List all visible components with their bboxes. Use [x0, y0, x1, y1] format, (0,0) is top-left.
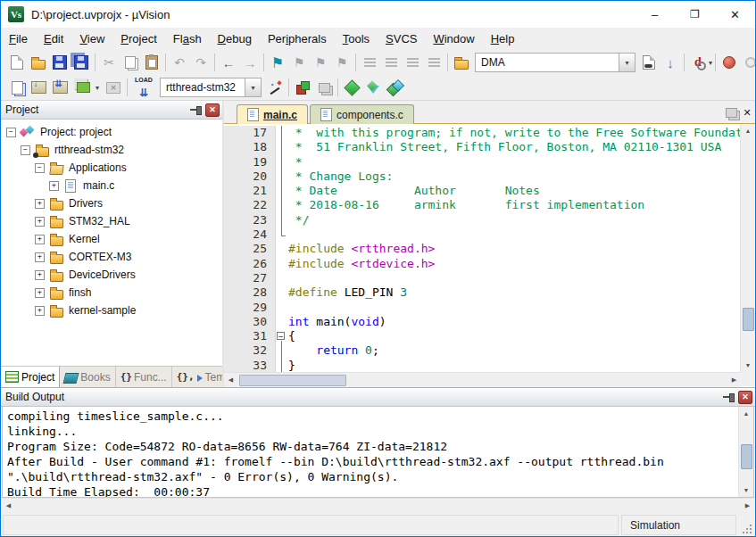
editor-vertical-scrollbar[interactable]: ▲ ▼	[740, 124, 755, 372]
code-line[interactable]: 29	[224, 301, 740, 315]
build-vscroll-thumb[interactable]	[741, 444, 752, 469]
code-line[interactable]: 33}	[224, 359, 740, 372]
code-line[interactable]: 32 return 0;	[224, 343, 740, 358]
project-panel-close-button[interactable]: ✕	[205, 103, 220, 117]
tree-toggle-icon[interactable]: +	[35, 270, 45, 280]
code-line[interactable]: 18 * 51 Franklin Street, Fifth Floor, Bo…	[224, 140, 740, 154]
tree-toggle-icon[interactable]: −	[35, 163, 45, 173]
menu-item-help[interactable]: Help	[483, 28, 523, 50]
editor-tab-components-c[interactable]: components.c	[310, 104, 414, 124]
batch-build-button[interactable]	[71, 77, 92, 98]
pin-icon[interactable]	[722, 392, 735, 402]
panel-tab-temp[interactable]: {},Temp...	[172, 367, 222, 387]
find-in-files-button[interactable]	[451, 52, 472, 73]
scroll-left-arrow-icon[interactable]: ◀	[2, 499, 15, 513]
code-line[interactable]: 21 * Date Author Notes	[224, 184, 740, 198]
start-debug-button[interactable]: d	[687, 52, 709, 73]
editor-vscroll-thumb[interactable]	[743, 308, 754, 331]
scroll-up-arrow-icon[interactable]: ▲	[739, 407, 753, 420]
code-line[interactable]: 25#include <rtthread.h>	[224, 242, 740, 256]
scroll-up-arrow-icon[interactable]: ▲	[741, 124, 755, 137]
open-file-button[interactable]	[28, 52, 49, 73]
scroll-right-arrow-icon[interactable]: ▶	[741, 499, 754, 513]
tree-toggle-icon[interactable]: −	[21, 145, 30, 155]
tree-item-rtthread-stm32[interactable]: −rtthread-stm32	[1, 141, 222, 159]
tree-toggle-icon[interactable]: +	[49, 181, 59, 191]
editor-horizontal-scrollbar[interactable]: ◀ ▶	[224, 372, 741, 387]
minimize-button[interactable]: –	[635, 1, 675, 28]
panel-tab-func[interactable]: {}Func...	[116, 367, 172, 387]
tree-toggle-icon[interactable]: −	[6, 128, 16, 137]
tree-toggle-icon[interactable]: +	[35, 252, 45, 262]
new-file-button[interactable]	[6, 52, 28, 73]
tree-toggle-icon[interactable]: +	[35, 199, 45, 209]
debug-dropdown-caret[interactable]: ▾	[709, 52, 712, 73]
panel-tab-project[interactable]: Project	[1, 367, 60, 387]
run-time-environment-button[interactable]	[341, 77, 362, 98]
code-line[interactable]: 23 */	[224, 213, 740, 227]
find-button[interactable]	[638, 52, 660, 73]
tree-item-kernel-sample[interactable]: +kernel-sample	[1, 302, 222, 319]
editor-tab-main-c[interactable]: main.c	[237, 104, 308, 124]
tree-item-cortex-m3[interactable]: +CORTEX-M3	[1, 248, 222, 266]
search-value[interactable]: DMA	[476, 56, 619, 69]
code-editor[interactable]: 17 * with this program; if not, write to…	[224, 124, 740, 372]
incremental-find-button[interactable]: ↓	[660, 52, 681, 73]
target-options-button[interactable]	[264, 77, 286, 98]
insert-bookmark-button[interactable]: ⚑	[267, 52, 288, 73]
maximize-button[interactable]: ❐	[675, 1, 715, 28]
tree-item-stm32-hal[interactable]: +STM32_HAL	[1, 212, 222, 230]
build-output-text[interactable]: compiling timeslice_sample.c...linking..…	[3, 407, 738, 497]
translate-button[interactable]	[6, 77, 28, 98]
target-dropdown-button[interactable]: ▾	[245, 78, 261, 96]
select-packs-button[interactable]	[362, 77, 384, 98]
search-combobox[interactable]: DMA ▾	[475, 53, 636, 72]
code-line[interactable]: 24	[224, 227, 740, 242]
load-button[interactable]: LOAD ⇊	[130, 77, 157, 98]
menu-item-tools[interactable]: Tools	[335, 28, 378, 50]
pack-installer-button[interactable]	[384, 77, 405, 98]
menu-item-view[interactable]: View	[71, 28, 112, 50]
tree-item-finsh[interactable]: +finsh	[1, 284, 222, 302]
build-vertical-scrollbar[interactable]: ▲ ▼	[738, 407, 753, 497]
rebuild-button[interactable]: ⇊	[49, 77, 71, 98]
tree-item-main-c[interactable]: +main.c	[1, 177, 222, 194]
menu-item-window[interactable]: Window	[425, 28, 482, 50]
resize-grip[interactable]	[739, 515, 753, 535]
tree-toggle-icon[interactable]: +	[35, 235, 45, 244]
scroll-down-arrow-icon[interactable]: ▼	[739, 483, 753, 497]
editor-hscroll-thumb[interactable]	[239, 375, 346, 386]
target-combobox[interactable]: rtthread-stm32 ▾	[160, 78, 262, 97]
tree-item-project-project[interactable]: −Project: project	[1, 123, 222, 141]
build-horizontal-scrollbar[interactable]: ◀ ▶	[2, 498, 754, 513]
menu-item-file[interactable]: File	[1, 28, 36, 50]
batch-build-caret[interactable]: ▾	[92, 77, 103, 98]
close-button[interactable]: ✕	[715, 1, 755, 28]
code-line[interactable]: 28#define LED_PIN 3	[224, 285, 740, 300]
menu-item-svcs[interactable]: SVCS	[378, 28, 425, 50]
pin-icon[interactable]	[189, 104, 202, 115]
toggle-breakpoint-button[interactable]	[719, 52, 740, 73]
document-list-button[interactable]	[723, 103, 739, 121]
build-button[interactable]: ↓	[28, 77, 49, 98]
panel-tab-books[interactable]: Books	[60, 367, 115, 387]
save-button[interactable]	[49, 52, 71, 73]
tree-item-applications[interactable]: −Applications	[1, 159, 222, 177]
code-line[interactable]: 26#include <rtdevice.h>	[224, 257, 740, 271]
scroll-left-arrow-icon[interactable]: ◀	[224, 373, 237, 387]
close-document-button[interactable]: ✕	[739, 103, 755, 121]
menu-item-flash[interactable]: Flash	[165, 28, 210, 50]
tree-toggle-icon[interactable]: +	[35, 217, 45, 227]
fold-marker-icon[interactable]	[276, 329, 288, 343]
search-dropdown-button[interactable]: ▾	[619, 54, 635, 71]
code-line[interactable]: 27	[224, 271, 740, 285]
menu-item-debug[interactable]: Debug	[210, 28, 260, 50]
code-line[interactable]: 20 * Change Logs:	[224, 169, 740, 184]
tree-item-kernel[interactable]: +Kernel	[1, 230, 222, 248]
paste-button[interactable]	[141, 52, 162, 73]
tree-toggle-icon[interactable]: +	[35, 306, 45, 316]
navigate-back-button[interactable]: ←	[218, 52, 239, 73]
save-all-button[interactable]	[71, 52, 92, 73]
tree-item-drivers[interactable]: +Drivers	[1, 194, 222, 212]
menu-item-project[interactable]: Project	[112, 28, 164, 50]
